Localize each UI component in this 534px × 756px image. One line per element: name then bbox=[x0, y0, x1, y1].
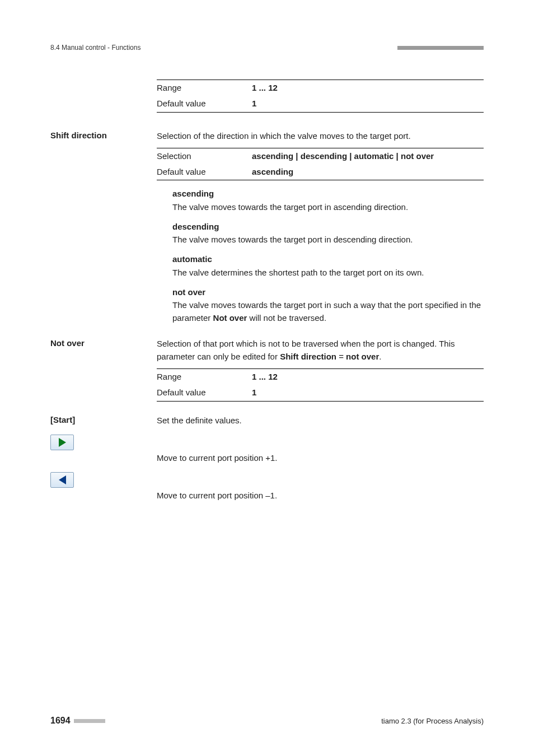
not-over-desc: Selection of that port which is not to b… bbox=[157, 337, 484, 363]
header-section: 8.4 Manual control - Functions bbox=[50, 44, 140, 52]
shift-direction-definitions: ascending The valve moves towards the ta… bbox=[157, 187, 484, 324]
default-value: 1 bbox=[252, 96, 484, 112]
back-desc: Move to current port position –1. bbox=[157, 489, 484, 502]
automatic-term: automatic bbox=[172, 253, 484, 265]
automatic-def: The valve determines the shortest path t… bbox=[172, 266, 484, 279]
range-value: 1 ... 12 bbox=[252, 80, 484, 96]
selection-value: ascending | descending | automatic | not… bbox=[252, 148, 484, 164]
start-heading: [Start] bbox=[50, 414, 157, 427]
play-icon bbox=[59, 438, 66, 447]
forward-desc: Move to current port position +1. bbox=[157, 451, 484, 464]
forward-button[interactable] bbox=[50, 435, 74, 450]
not-over-table: Range 1 ... 12 Default value 1 bbox=[157, 368, 484, 402]
footer-product: tiamo 2.3 (for Process Analysis) bbox=[381, 717, 484, 725]
sd-default-label: Default value bbox=[157, 164, 252, 180]
default-label: Default value bbox=[157, 96, 252, 112]
descending-term: descending bbox=[172, 220, 484, 233]
range-label: Range bbox=[157, 80, 252, 96]
back-button[interactable] bbox=[50, 472, 74, 488]
no-range-value: 1 ... 12 bbox=[252, 369, 484, 385]
start-desc: Set the definite values. bbox=[157, 414, 484, 427]
footer-ornament bbox=[74, 719, 105, 723]
header-ornament bbox=[397, 46, 484, 50]
shift-direction-heading: Shift direction bbox=[50, 129, 157, 325]
descending-def: The valve moves towards the target port … bbox=[172, 233, 484, 246]
sd-default-value: ascending bbox=[252, 164, 484, 180]
ascending-def: The valve moves towards the target port … bbox=[172, 200, 484, 213]
shift-direction-desc: Selection of the direction in which the … bbox=[157, 129, 484, 142]
back-icon bbox=[59, 475, 66, 484]
no-range-label: Range bbox=[157, 369, 252, 385]
not-over-heading: Not over bbox=[50, 337, 157, 402]
target-port-table: Range 1 ... 12 Default value 1 bbox=[157, 80, 484, 113]
shift-direction-table: Selection ascending | descending | autom… bbox=[157, 148, 484, 181]
page-number: 1694 bbox=[50, 716, 71, 726]
selection-label: Selection bbox=[157, 148, 252, 164]
ascending-term: ascending bbox=[172, 187, 484, 200]
notover-term: not over bbox=[172, 286, 484, 298]
no-default-value: 1 bbox=[252, 385, 484, 401]
no-default-label: Default value bbox=[157, 385, 252, 401]
notover-def: The valve moves towards the target port … bbox=[172, 298, 484, 325]
